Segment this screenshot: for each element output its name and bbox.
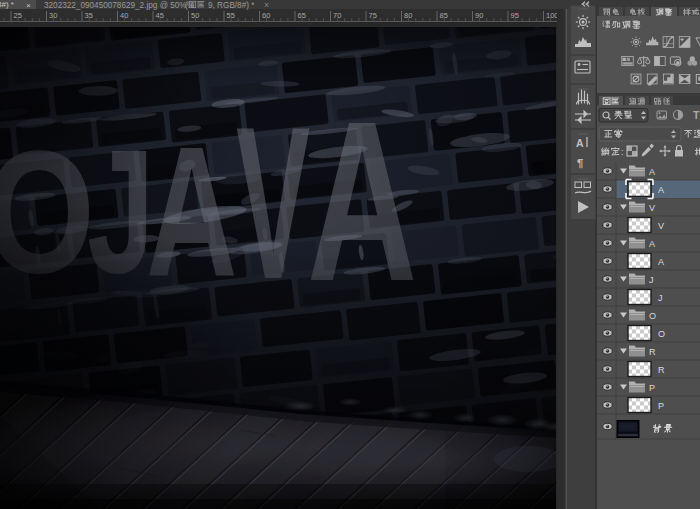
svg-text:60: 60 [262,11,270,20]
svg-text:90: 90 [475,11,483,20]
svg-text:30: 30 [49,11,57,20]
svg-text:80: 80 [404,11,412,20]
svg-text:A: A [576,137,584,149]
svg-text:P: P [649,383,655,393]
svg-text:100: 100 [546,11,557,20]
svg-text:8#) *: 8#) * [0,0,14,9]
svg-text:J: J [658,293,663,303]
svg-text:T: T [693,109,700,121]
svg-text:65: 65 [298,11,306,20]
svg-text:O: O [649,311,656,321]
svg-text:×: × [26,1,31,10]
svg-text:3202322_090450078629_2.jpg @ 5: 3202322_090450078629_2.jpg @ 50%% [44,1,194,10]
svg-text:95: 95 [511,11,519,20]
svg-text:A: A [649,239,655,249]
svg-text:A: A [658,257,664,267]
svg-text:25: 25 [14,11,22,20]
svg-text:V: V [658,221,664,231]
svg-text:R: R [658,365,665,375]
svg-text:¶: ¶ [577,157,584,169]
svg-text:×: × [264,0,269,10]
svg-text:85: 85 [440,11,448,20]
svg-text:40: 40 [120,11,128,20]
svg-text:(: ( [185,1,188,10]
svg-text:A: A [649,167,655,177]
svg-text:O: O [658,329,665,339]
svg-text:R: R [649,347,656,357]
svg-text:75: 75 [369,11,377,20]
svg-text:35: 35 [85,11,93,20]
svg-text:J: J [649,275,654,285]
svg-text:55: 55 [227,11,235,20]
svg-text:45: 45 [156,11,164,20]
svg-text:A: A [658,185,664,195]
svg-text::: : [621,147,624,157]
svg-text:9, RGB/8#) *: 9, RGB/8#) * [208,1,255,10]
svg-text:70: 70 [333,11,341,20]
svg-text:V: V [649,203,655,213]
svg-text:50: 50 [191,11,199,20]
svg-text:P: P [658,401,664,411]
